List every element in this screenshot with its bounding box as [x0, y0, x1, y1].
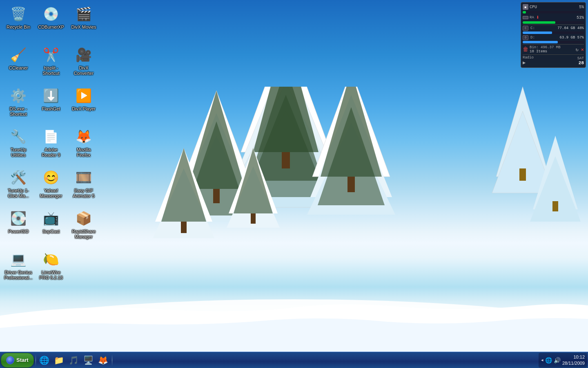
desktop-icon-adobe-reader[interactable]: 📄Adobe Reader 9 — [35, 125, 67, 166]
desktop-icon-yahoo-messenger[interactable]: 😊Yahoo! Messenger — [35, 166, 67, 206]
easy-gif-label: Easy GIF Animator 5 — [69, 188, 98, 199]
svg-marker-3 — [496, 87, 549, 177]
quicklaunch-media[interactable]: 🎵 — [67, 353, 81, 367]
bin-label: Bin: — [530, 45, 539, 49]
desktop-icon-mozilla-firefox[interactable]: 🦊Mozilla Firefox — [67, 125, 100, 166]
hjsplit-icon: ✂️ — [41, 45, 61, 65]
desktop-icon-easy-gif[interactable]: 🎞️Easy GIF Animator 5 — [67, 166, 100, 206]
download-icon: ⬇ — [536, 15, 539, 20]
svg-marker-11 — [237, 87, 335, 173]
svg-rect-9 — [552, 201, 558, 211]
start-orb — [6, 356, 14, 364]
radio-play-icon[interactable]: ▶ — [523, 60, 526, 66]
tray-network-icon[interactable]: 🌐 — [545, 357, 552, 364]
desktop-icon-flashget[interactable]: ⬇️FlashGet — [35, 84, 67, 125]
svg-marker-6 — [537, 140, 574, 201]
desktop-icon-divx-converter[interactable]: 🎥DivX Converter — [67, 43, 100, 84]
desktop-icon-ds-exe[interactable]: ⚙️DS.exe - Shortcut — [2, 84, 35, 125]
ds-exe-icon: ⚙️ — [9, 86, 28, 105]
desktop-icon-hjsplit[interactable]: ✂️hjsplit - Shortcut — [35, 43, 67, 84]
c-drive-icon: C — [523, 26, 528, 31]
desktop-icon-sopcast[interactable]: 📺SopCast — [35, 206, 67, 247]
svg-rect-29 — [347, 177, 355, 192]
radio-day: SAT — [577, 56, 584, 61]
tuneup-utilities-icon: 🔧 — [9, 127, 28, 146]
yahoo-messenger-icon: 😊 — [41, 168, 61, 187]
desktop-icon-poweriso[interactable]: 💽PowerISO — [2, 206, 35, 247]
quicklaunch-network[interactable]: 🖥️ — [82, 353, 96, 367]
svg-marker-25 — [310, 95, 392, 197]
flashget-icon: ⬇️ — [41, 86, 61, 105]
quicklaunch-ie[interactable]: 🌐 — [38, 353, 51, 367]
start-button[interactable]: Start — [1, 353, 34, 368]
desktop-icon-ccleaner[interactable]: 🧹CCleaner — [2, 43, 35, 84]
desktop-icon-divx-movies[interactable]: 🎬DivX Movies — [67, 2, 100, 43]
system-monitor-widget[interactable]: ■ CPU 5% RA ⬇ 53% C C: 77.04 GB 48% — [521, 2, 586, 68]
ds-exe-label: DS.exe - Shortcut — [4, 106, 33, 117]
poweriso-label: PowerISO — [8, 229, 29, 234]
ram-value: 53% — [577, 16, 584, 20]
easy-gif-icon: 🎞️ — [74, 168, 94, 187]
tray-volume-icon[interactable]: 🔊 — [554, 357, 561, 364]
svg-rect-5 — [519, 168, 526, 181]
svg-marker-19 — [178, 113, 255, 207]
hjsplit-label: hjsplit - Shortcut — [37, 65, 65, 76]
desktop-icon-recycle-bin[interactable]: 🗑️Recycle Bin — [2, 2, 35, 43]
firefox-ql-icon: 🦊 — [98, 355, 108, 365]
quicklaunch-firefox[interactable]: 🦊 — [96, 353, 110, 367]
folder-icon: 📁 — [54, 355, 64, 365]
radio-number: 28 — [577, 61, 584, 65]
ram-icon — [523, 16, 528, 19]
desktop-icon-limewire[interactable]: 🍋LimeWire PRO 5.2.13 — [35, 247, 67, 288]
d-drive-bar — [523, 41, 584, 43]
system-tray: ◂ 🌐 🔊 10:12 28/11/2009 — [539, 353, 587, 368]
bin-refresh-icon[interactable]: ↻ — [576, 47, 579, 53]
desktop-icon-rapidshare[interactable]: 📦RapidShare Manager — [67, 206, 100, 247]
desktop-icons: 🗑️Recycle Bin💿CDBurnerXP🎬DivX Movies🧹CCl… — [0, 0, 114, 343]
rapidshare-label: RapidShare Manager — [69, 229, 98, 240]
media-icon: 🎵 — [69, 355, 79, 365]
svg-rect-37 — [251, 213, 256, 224]
start-label: Start — [16, 357, 29, 363]
desktop-icon-cdburnerxp[interactable]: 💿CDBurnerXP — [35, 2, 67, 43]
taskbar-separator-1 — [36, 355, 36, 366]
taskbar-separator-2 — [112, 355, 112, 366]
clock-time: 10:12 — [562, 354, 585, 360]
system-clock[interactable]: 10:12 28/11/2009 — [562, 354, 585, 366]
desktop-icon-driver-genius[interactable]: 💻Driver Genius Professional... — [2, 247, 35, 288]
svg-marker-34 — [229, 148, 278, 213]
desktop-icon-divx-player[interactable]: ▶️DivX Player — [67, 84, 100, 125]
svg-marker-4 — [492, 111, 553, 193]
tuneup-1click-icon: 🛠️ — [9, 168, 28, 187]
tray-arrow-icon[interactable]: ◂ — [541, 357, 543, 363]
quicklaunch-explorer[interactable]: 📁 — [52, 353, 66, 367]
svg-marker-18 — [180, 91, 253, 189]
svg-rect-17 — [282, 152, 290, 168]
svg-marker-2 — [500, 95, 545, 168]
svg-marker-27 — [321, 87, 382, 177]
bin-value: 496.37 MB — [541, 45, 561, 49]
svg-marker-14 — [253, 87, 318, 152]
svg-marker-36 — [234, 148, 273, 213]
adobe-reader-label: Adobe Reader 9 — [37, 147, 65, 158]
bin-icon: 🗑 — [523, 46, 528, 53]
svg-marker-7 — [533, 136, 578, 209]
cdburnerxp-label: CDBurnerXP — [38, 25, 64, 30]
divx-player-label: DivX Player — [72, 106, 95, 112]
recycle-bin-label: Recycle Bin — [7, 25, 30, 30]
limewire-label: LimeWire PRO 5.2.13 — [37, 270, 65, 280]
desktop-icon-tuneup-utilities[interactable]: 🔧TuneUp Utilities — [2, 125, 35, 166]
svg-rect-33 — [181, 222, 187, 233]
ccleaner-label: CCleaner — [9, 65, 28, 71]
svg-marker-12 — [233, 87, 339, 189]
ram-bar — [523, 21, 584, 24]
divx-movies-label: DivX Movies — [71, 25, 96, 30]
ie-icon: 🌐 — [39, 355, 49, 365]
svg-marker-32 — [161, 148, 206, 222]
bin-empty-icon[interactable]: ✕ — [581, 47, 584, 53]
desktop-icon-tuneup-1click[interactable]: 🛠️TuneUp 1-Click Ma... — [2, 166, 35, 206]
mozilla-firefox-label: Mozilla Firefox — [69, 147, 98, 158]
svg-marker-26 — [307, 123, 395, 215]
svg-marker-30 — [155, 148, 212, 222]
svg-marker-10 — [241, 87, 331, 152]
